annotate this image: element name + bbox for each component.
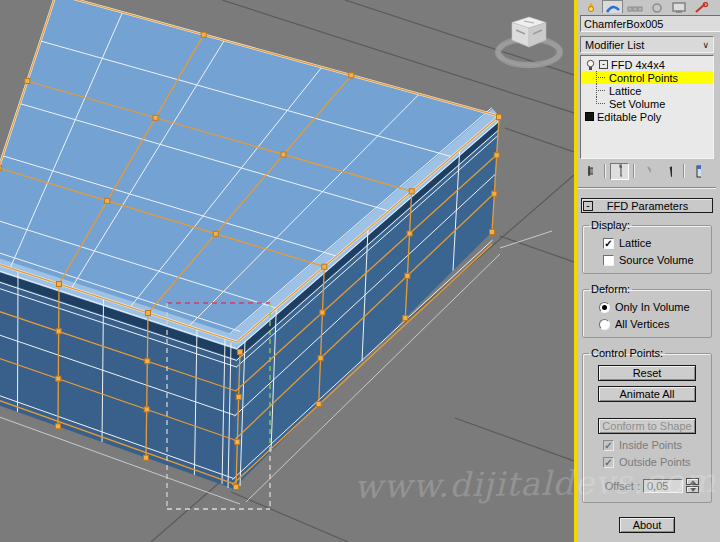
source-volume-checkbox-row[interactable]: Source Volume — [603, 254, 707, 266]
source-volume-checkbox[interactable] — [603, 255, 614, 266]
stack-toolbar — [578, 159, 716, 181]
modifier-stack[interactable]: - FFD 4x4x4 Control Points Lattice Set V… — [580, 55, 714, 159]
animate-all-button[interactable]: Animate All — [598, 386, 696, 402]
stack-item-ffd[interactable]: - FFD 4x4x4 — [581, 58, 713, 71]
viewport[interactable] — [0, 0, 577, 542]
display-group-title: Display: — [589, 219, 632, 231]
tab-motion[interactable] — [646, 0, 667, 13]
tab-utilities[interactable] — [690, 0, 711, 13]
create-icon — [583, 2, 599, 13]
inside-points-checkbox[interactable]: ✓ — [603, 440, 614, 451]
tab-create[interactable] — [580, 0, 601, 13]
tab-modify[interactable] — [602, 0, 623, 13]
stack-item-control-points[interactable]: Control Points — [581, 71, 713, 84]
outside-points-checkbox[interactable]: ✓ — [603, 457, 614, 468]
show-end-result-icon — [617, 164, 622, 178]
tree-branch — [590, 84, 606, 97]
spinner-down-button[interactable] — [686, 486, 699, 493]
hierarchy-icon — [627, 2, 643, 13]
about-wrap: About — [582, 517, 712, 533]
modifier-list-dropdown[interactable]: Modifier List ∨ — [580, 36, 714, 53]
viewport-canvas[interactable] — [0, 0, 574, 542]
pin-icon — [588, 165, 593, 177]
stack-item-editable-poly[interactable]: Editable Poly — [581, 110, 713, 123]
all-vertices-label: All Vertices — [615, 318, 669, 330]
inside-points-checkbox-row[interactable]: ✓ Inside Points — [603, 439, 707, 451]
deform-group-title: Deform: — [589, 283, 632, 295]
utilities-icon — [693, 2, 709, 13]
offset-value-field[interactable]: 0,05 — [643, 479, 683, 493]
motion-icon — [649, 2, 665, 13]
only-in-volume-radio[interactable] — [599, 302, 610, 313]
modify-icon — [605, 2, 621, 13]
stack-item-set-volume[interactable]: Set Volume — [581, 97, 713, 110]
object-name-row — [580, 15, 714, 32]
lattice-checkbox[interactable]: ✓ — [603, 238, 614, 249]
editable-poly-icon — [585, 112, 594, 121]
control-points-group-title: Control Points: — [589, 347, 665, 359]
make-unique-icon — [646, 165, 651, 177]
outside-points-checkbox-row[interactable]: ✓ Outside Points — [603, 456, 707, 468]
object-name-field[interactable] — [580, 15, 720, 32]
spinner-up-button[interactable] — [686, 478, 699, 485]
all-vertices-radio[interactable] — [599, 319, 610, 330]
trash-icon — [667, 165, 672, 178]
only-in-volume-radio-row[interactable]: Only In Volume — [599, 301, 707, 313]
rollout-body-ffd-parameters: Display: ✓ Lattice Source Volume Deform:… — [578, 213, 716, 533]
lattice-checkbox-label: Lattice — [619, 237, 651, 249]
command-panel: Modifier List ∨ - FFD 4x4x4 Control Poin… — [577, 0, 717, 542]
tree-branch — [590, 71, 606, 84]
inside-points-label: Inside Points — [619, 439, 682, 451]
deform-group: Deform: Only In Volume All Vertices — [582, 283, 712, 338]
make-unique-button[interactable] — [639, 163, 658, 180]
chevron-down-icon: ∨ — [702, 40, 709, 50]
outside-points-label: Outside Points — [619, 456, 691, 468]
toolbar-separator — [604, 164, 606, 178]
offset-spinner — [686, 478, 699, 493]
modifier-list-label: Modifier List — [585, 39, 644, 51]
offset-label: Offset : — [605, 480, 640, 492]
tab-hierarchy[interactable] — [624, 0, 645, 13]
configure-modifier-sets-button[interactable] — [689, 163, 708, 180]
stack-item-label: FFD 4x4x4 — [611, 59, 665, 71]
toolbar-separator — [683, 164, 685, 178]
collapse-tree-icon[interactable]: - — [599, 60, 608, 69]
stack-item-label: Control Points — [609, 72, 678, 84]
configure-sets-icon — [696, 165, 701, 178]
rollout-collapse-icon[interactable]: - — [583, 201, 593, 211]
pin-stack-button[interactable] — [581, 163, 600, 180]
source-volume-checkbox-label: Source Volume — [619, 254, 694, 266]
stack-item-label: Set Volume — [609, 98, 665, 110]
all-vertices-radio-row[interactable]: All Vertices — [599, 318, 707, 330]
lattice-checkbox-row[interactable]: ✓ Lattice — [603, 237, 707, 249]
tree-branch — [590, 97, 606, 110]
command-panel-tabs — [578, 0, 716, 13]
conform-to-shape-button[interactable]: Conform to Shape — [598, 418, 696, 434]
stack-item-label: Lattice — [609, 85, 641, 97]
display-icon — [671, 2, 687, 13]
reset-button[interactable]: Reset — [598, 365, 696, 381]
display-group: Display: ✓ Lattice Source Volume — [582, 219, 712, 274]
stack-item-label: Editable Poly — [597, 111, 661, 123]
control-points-group: Control Points: Reset Animate All Confor… — [582, 347, 712, 503]
rollout-header-ffd-parameters[interactable]: - FFD Parameters — [581, 198, 713, 213]
lightbulb-icon[interactable] — [585, 59, 596, 71]
toolbar-separator — [633, 164, 635, 178]
panel-divider — [578, 187, 716, 189]
only-in-volume-label: Only In Volume — [615, 301, 690, 313]
offset-row: Offset : 0,05 — [587, 478, 699, 493]
tab-display[interactable] — [668, 0, 689, 13]
stack-item-lattice[interactable]: Lattice — [581, 84, 713, 97]
rollout-title: FFD Parameters — [593, 200, 712, 212]
remove-modifier-button[interactable] — [660, 163, 679, 180]
3dsmax-window: Modifier List ∨ - FFD 4x4x4 Control Poin… — [0, 0, 720, 542]
show-end-result-button[interactable] — [610, 163, 629, 180]
about-button[interactable]: About — [619, 517, 675, 533]
